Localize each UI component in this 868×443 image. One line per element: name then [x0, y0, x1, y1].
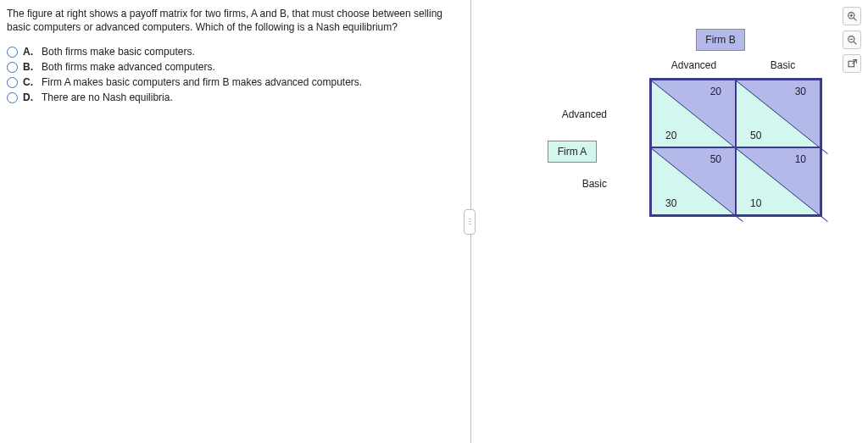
payoff-a: 50 [750, 130, 761, 141]
zoom-in-icon [847, 11, 858, 22]
option-label: Both firms make advanced computers. [42, 61, 215, 73]
payoff-grid: 20 20 30 50 50 30 10 10 [649, 78, 822, 217]
figure-tools [843, 7, 861, 73]
option-letter: D. [23, 91, 36, 103]
col-header-basic: Basic [738, 59, 827, 71]
option-c[interactable]: C. Firm A makes basic computers and firm… [7, 75, 462, 90]
open-external-button[interactable] [843, 54, 861, 73]
firm-a-header: Firm A [548, 141, 597, 163]
option-label: There are no Nash equilibria. [42, 91, 173, 103]
row-header-advanced: Advanced [556, 108, 607, 120]
cell-basic-basic: 10 10 [736, 147, 821, 215]
option-label: Both firms make basic computers. [42, 46, 195, 58]
answer-options: A. Both firms make basic computers. B. B… [7, 44, 462, 105]
zoom-out-button[interactable] [843, 30, 861, 49]
cell-adv-basic: 30 50 [736, 80, 821, 147]
option-label: Firm A makes basic computers and firm B … [42, 76, 362, 88]
payoff-b: 50 [710, 153, 721, 165]
payoff-b: 20 [710, 86, 721, 97]
payoff-a: 30 [665, 197, 676, 209]
svg-rect-7 [849, 61, 854, 67]
cell-basic-adv: 50 30 [651, 147, 736, 215]
payoff-a: 20 [665, 130, 676, 141]
option-letter: C. [23, 76, 36, 88]
radio-icon[interactable] [7, 92, 18, 103]
option-letter: A. [23, 46, 36, 58]
option-a[interactable]: A. Both firms make basic computers. [7, 44, 462, 59]
question-text: The figure at right shows a payoff matri… [7, 7, 462, 34]
zoom-out-icon [847, 35, 858, 46]
radio-icon[interactable] [7, 62, 18, 73]
open-external-icon [847, 58, 858, 69]
radio-icon[interactable] [7, 47, 18, 58]
svg-line-1 [854, 18, 856, 20]
radio-icon[interactable] [7, 77, 18, 88]
zoom-in-button[interactable] [843, 7, 861, 25]
payoff-a: 10 [750, 197, 761, 209]
col-header-advanced: Advanced [649, 59, 738, 71]
cell-adv-adv: 20 20 [651, 80, 736, 147]
question-pane: The figure at right shows a payoff matri… [0, 0, 471, 443]
option-letter: B. [23, 61, 36, 73]
row-header-basic: Basic [565, 178, 607, 190]
payoff-b: 10 [795, 153, 806, 165]
payoff-b: 30 [795, 86, 806, 97]
figure-pane: Firm B Advanced Basic Advanced Firm A Ba… [471, 0, 868, 443]
grip-icon: ······ [469, 218, 470, 225]
column-headers: Advanced Basic [649, 59, 827, 71]
option-d[interactable]: D. There are no Nash equilibria. [7, 90, 462, 105]
option-b[interactable]: B. Both firms make advanced computers. [7, 59, 462, 75]
firm-b-header: Firm B [696, 29, 745, 51]
svg-line-5 [854, 42, 856, 44]
